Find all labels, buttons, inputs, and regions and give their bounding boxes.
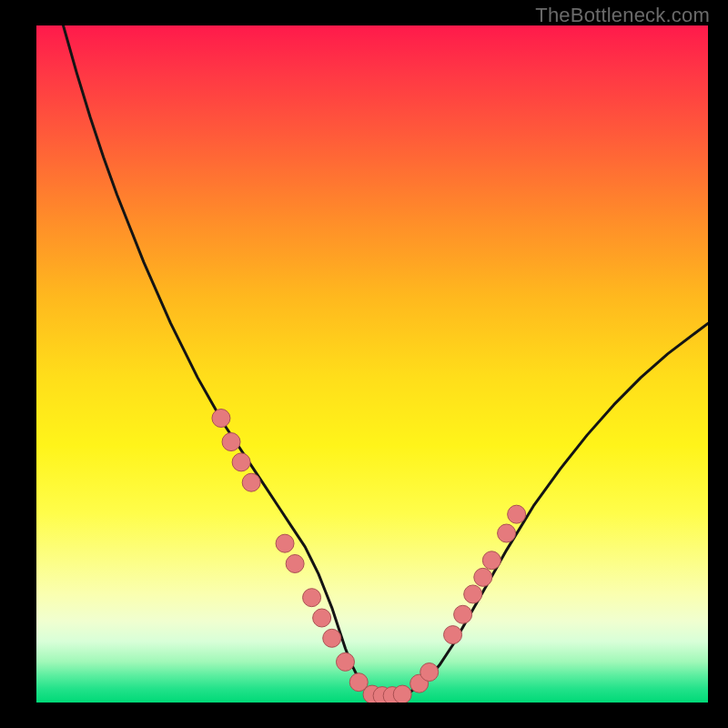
curve-markers	[212, 410, 526, 703]
curve-marker	[508, 505, 526, 523]
curve-marker	[323, 629, 341, 647]
curve-marker	[313, 609, 331, 627]
curve-marker	[474, 568, 492, 586]
plot-svg	[36, 25, 708, 703]
curve-marker	[222, 433, 240, 451]
watermark-text: TheBottleneck.com	[535, 4, 710, 27]
curve-marker	[420, 663, 439, 682]
curve-marker	[242, 473, 260, 491]
curve-marker	[454, 605, 472, 623]
curve-marker	[482, 551, 500, 570]
curve-marker	[336, 652, 354, 671]
plot-area	[36, 25, 708, 703]
curve-marker	[286, 554, 304, 572]
curve-marker	[212, 410, 230, 428]
chart-frame: TheBottleneck.com	[0, 0, 728, 728]
bottleneck-curve	[64, 25, 708, 696]
curve-marker	[464, 585, 482, 603]
curve-marker	[498, 524, 516, 542]
curve-marker	[232, 453, 250, 471]
curve-marker	[303, 589, 321, 607]
curve-marker	[444, 626, 462, 644]
curve-marker	[276, 534, 294, 552]
curve-marker	[393, 685, 411, 703]
